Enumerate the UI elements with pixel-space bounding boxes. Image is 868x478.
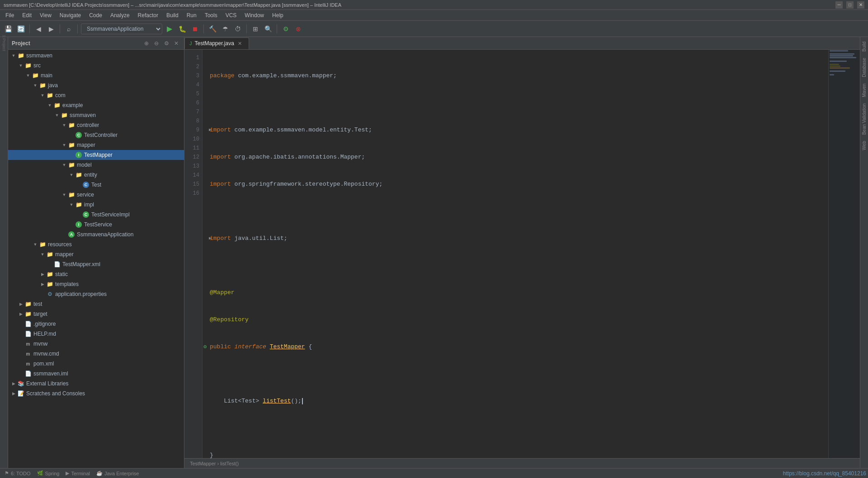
- toggle-layout-button[interactable]: ⊞: [250, 23, 261, 34]
- todo-button[interactable]: ⚑ 6: TODO: [2, 470, 33, 477]
- tree-item-main[interactable]: ▼ 📁 main: [8, 70, 184, 80]
- profile-button[interactable]: ⏱: [232, 23, 243, 34]
- spring-button[interactable]: 🌿 Spring: [34, 470, 62, 477]
- sync-button[interactable]: 🔄: [15, 23, 26, 34]
- terminal-button[interactable]: ▶ Terminal: [63, 470, 93, 477]
- maximize-button[interactable]: □: [846, 1, 854, 9]
- forward-button[interactable]: ▶: [46, 23, 57, 34]
- editor-tab-test-mapper[interactable]: J TestMapper.java ✕: [184, 37, 249, 49]
- menu-refactor[interactable]: Refactor: [134, 11, 162, 19]
- project-close-button[interactable]: ✕: [172, 39, 180, 47]
- run-button[interactable]: ▶: [164, 23, 175, 34]
- menu-run[interactable]: Run: [183, 11, 200, 19]
- tree-item-java[interactable]: ▼ 📁 java: [8, 80, 184, 90]
- tree-item-mvnw[interactable]: m mvnw: [8, 339, 184, 349]
- menu-analyze[interactable]: Analyze: [107, 11, 133, 19]
- folder-icon: 📁: [24, 300, 32, 308]
- tree-item-pom-xml[interactable]: m pom.xml: [8, 359, 184, 369]
- tree-item-src[interactable]: ▼ 📁 src: [8, 61, 184, 70]
- tree-item-test-controller[interactable]: C TestController: [8, 130, 184, 140]
- java-enterprise-button[interactable]: ☕ Java Enterprise: [94, 470, 142, 477]
- code-line-14: [210, 424, 828, 433]
- database-strip-button[interactable]: Database: [861, 55, 868, 80]
- tree-item-test-mapper[interactable]: I TestMapper: [8, 150, 184, 160]
- power-save-button[interactable]: ⊗: [293, 23, 304, 34]
- tree-item-help-md[interactable]: 📄 HELP.md: [8, 329, 184, 339]
- menu-tools[interactable]: Tools: [201, 11, 221, 19]
- tree-item-target[interactable]: ▶ 📁 target: [8, 309, 184, 319]
- close-button[interactable]: ✕: [857, 1, 864, 9]
- resources-folder-icon: 📁: [39, 241, 46, 248]
- tree-arrow: ▼: [32, 242, 39, 247]
- tree-item-external-libraries[interactable]: ▶ 📚 External Libraries: [8, 379, 184, 389]
- tree-label: TestMapper: [84, 152, 113, 158]
- tree-item-controller[interactable]: ▼ 📁 controller: [8, 120, 184, 130]
- tree-item-ssmmaven[interactable]: ▼ 📁 ssmmaven: [8, 51, 184, 61]
- menu-edit[interactable]: Edit: [19, 11, 35, 19]
- menu-navigate[interactable]: Navigate: [56, 11, 85, 19]
- tree-item-ssmmavena-app[interactable]: A SsmmavenaApplication: [8, 230, 184, 239]
- tree-item-entity[interactable]: ▼ 📁 entity: [8, 170, 184, 180]
- tree-item-static[interactable]: ▶ 📁 static: [8, 269, 184, 279]
- tree-item-test-folder[interactable]: ▶ 📁 test: [8, 299, 184, 309]
- minimize-button[interactable]: ─: [835, 1, 843, 9]
- tree-item-service[interactable]: ▼ 📁 service: [8, 190, 184, 200]
- build-button[interactable]: 🔨: [207, 23, 218, 34]
- code-line-2: [210, 98, 828, 108]
- tree-item-mapper[interactable]: ▼ 📁 mapper: [8, 140, 184, 150]
- menu-view[interactable]: View: [36, 11, 55, 19]
- project-settings-button[interactable]: ⚙: [162, 39, 170, 47]
- tree-item-test-service[interactable]: I TestService: [8, 220, 184, 230]
- java-enterprise-icon: ☕: [96, 470, 103, 476]
- tree-item-ssmmaven-iml[interactable]: 📄 ssmmaven.iml: [8, 369, 184, 379]
- build-strip-button[interactable]: Build: [861, 39, 868, 54]
- tree-item-mvnw-cmd[interactable]: m mvnw.cmd: [8, 349, 184, 359]
- code-content[interactable]: package com.example.ssmmaven.mapper; ▶im…: [203, 50, 828, 458]
- bottom-strip: ⚑ 6: TODO 🌿 Spring ▶ Terminal ☕ Java Ent…: [0, 468, 868, 478]
- find-usages-button[interactable]: ⌕: [63, 23, 74, 34]
- project-collapse-button[interactable]: ⊖: [152, 39, 160, 47]
- tree-item-scratches[interactable]: ▶ 📝 Scratches and Consoles: [8, 389, 184, 398]
- maven-strip-button[interactable]: Maven: [861, 81, 868, 100]
- line-numbers: 1 2 3 4 5 6 7 8 9 10 11 12 13 14 15 16: [184, 50, 203, 458]
- tree-item-test-mapper-xml[interactable]: 📄 TestMapper.xml: [8, 259, 184, 269]
- menu-vcs[interactable]: VCS: [222, 11, 241, 19]
- todo-label: 6: TODO: [11, 471, 31, 476]
- stop-button[interactable]: ⏹: [189, 23, 200, 34]
- debug-button[interactable]: 🐛: [177, 23, 188, 34]
- project-strip-label[interactable]: 1:Project: [0, 35, 8, 51]
- tree-item-example[interactable]: ▼ 📁 example: [8, 100, 184, 110]
- tree-item-templates[interactable]: ▶ 📁 templates: [8, 279, 184, 289]
- save-all-button[interactable]: 💾: [3, 23, 14, 34]
- web-strip-button[interactable]: Web: [861, 138, 868, 153]
- tree-item-ssmmaven-pkg[interactable]: ▼ 📁 ssmmaven: [8, 110, 184, 120]
- tree-item-test-service-impl[interactable]: C TestServiceImpl: [8, 210, 184, 220]
- tree-item-model[interactable]: ▼ 📁 model: [8, 160, 184, 170]
- menu-code[interactable]: Code: [85, 11, 106, 19]
- coverage-button[interactable]: ☂: [220, 23, 231, 34]
- tree-arrow: ▶: [39, 282, 46, 286]
- tree-item-impl[interactable]: ▼ 📁 impl: [8, 200, 184, 210]
- pom-xml-icon: m: [24, 360, 32, 367]
- menu-window[interactable]: Window: [241, 11, 268, 19]
- menu-help[interactable]: Help: [269, 11, 287, 19]
- folder-icon: 📁: [46, 251, 53, 258]
- tab-close-button[interactable]: ✕: [237, 40, 243, 47]
- project-expand-button[interactable]: ⊕: [142, 39, 151, 47]
- tree-item-mapper-xml[interactable]: ▼ 📁 mapper: [8, 249, 184, 259]
- folder-icon: 📁: [53, 102, 61, 109]
- run-config-dropdown[interactable]: SsmmavenaApplication: [81, 23, 162, 34]
- bean-validation-strip-button[interactable]: Bean Validation: [861, 101, 868, 137]
- tree-item-gitignore[interactable]: 📄 .gitignore: [8, 319, 184, 329]
- tree-item-com[interactable]: ▼ 📁 com: [8, 90, 184, 100]
- tree-arrow: ▶: [39, 272, 46, 276]
- csdn-link[interactable]: https://blog.csdn.net/qq_85401216: [783, 470, 866, 477]
- tree-item-test-entity[interactable]: C Test: [8, 180, 184, 190]
- add-config-button[interactable]: ⚙: [280, 23, 291, 34]
- menu-build[interactable]: Build: [163, 11, 182, 19]
- back-button[interactable]: ◀: [33, 23, 44, 34]
- menu-file[interactable]: File: [2, 11, 18, 19]
- search-everywhere-button[interactable]: 🔍: [263, 23, 274, 34]
- tree-item-application-props[interactable]: ⚙ application.properties: [8, 289, 184, 299]
- tree-item-resources[interactable]: ▼ 📁 resources: [8, 239, 184, 249]
